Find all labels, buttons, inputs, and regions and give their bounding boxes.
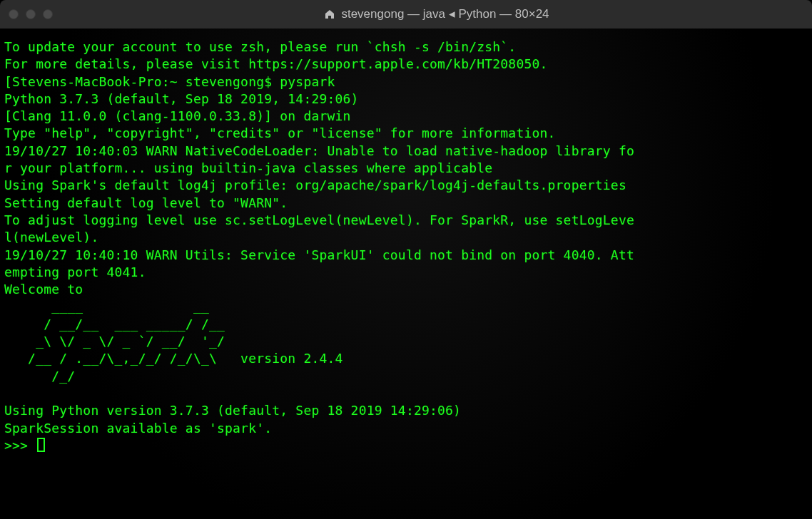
terminal-line: To adjust logging level use sc.setLogLev… — [4, 212, 634, 227]
terminal-line: Python 3.7.3 (default, Sep 18 2019, 14:2… — [4, 91, 359, 106]
terminal-line: Using Spark's default log4j profile: org… — [4, 178, 626, 192]
terminal-line: Setting default log level to "WARN". — [4, 195, 288, 210]
terminal-line: empting port 4041. — [4, 264, 146, 279]
home-icon — [324, 9, 335, 20]
terminal-line: / __/__ ___ _____/ /__ — [4, 317, 225, 332]
terminal-line: To update your account to use zsh, pleas… — [4, 39, 516, 54]
terminal-line: 19/10/27 10:40:10 WARN Utils: Service 'S… — [4, 247, 634, 262]
close-icon[interactable] — [9, 9, 19, 19]
terminal-line: Type "help", "copyright", "credits" or "… — [4, 125, 556, 140]
titlebar[interactable]: stevengong — java ◂ Python — 80×24 — [0, 0, 812, 29]
terminal-line: For more details, please visit https://s… — [4, 56, 548, 71]
terminal-line: r your platform... using builtin-java cl… — [4, 160, 492, 175]
terminal-line: Welcome to — [4, 282, 83, 297]
terminal-line: _\ \/ _ \/ _ `/ __/ '_/ — [4, 334, 225, 349]
terminal-line: [Stevens-MacBook-Pro:~ stevengong$ pyspa… — [4, 74, 335, 89]
terminal-line: 19/10/27 10:40:03 WARN NativeCodeLoader:… — [4, 143, 634, 158]
terminal-line: Using Python version 3.7.3 (default, Sep… — [4, 403, 461, 418]
terminal-line: ____ __ — [4, 299, 209, 314]
minimize-icon[interactable] — [26, 9, 36, 19]
window-title-text: stevengong — java ◂ Python — 80×24 — [341, 6, 549, 23]
terminal-line: /__ / .__/\_,_/_/ /_/\_\ version 2.4.4 — [4, 351, 343, 366]
traffic-lights — [9, 9, 53, 19]
window-title: stevengong — java ◂ Python — 80×24 — [70, 6, 803, 23]
terminal-line: [Clang 11.0.0 (clang-1100.0.33.8)] on da… — [4, 108, 351, 123]
terminal-line: >>> — [4, 438, 36, 453]
terminal-line: /_/ — [4, 369, 75, 384]
cursor-icon — [37, 438, 45, 452]
terminal-line: l(newLevel). — [4, 230, 98, 245]
terminal-output[interactable]: To update your account to use zsh, pleas… — [0, 29, 812, 519]
zoom-icon[interactable] — [43, 9, 53, 19]
terminal-line: SparkSession available as 'spark'. — [4, 421, 272, 436]
terminal-window: stevengong — java ◂ Python — 80×24 To up… — [0, 0, 812, 519]
